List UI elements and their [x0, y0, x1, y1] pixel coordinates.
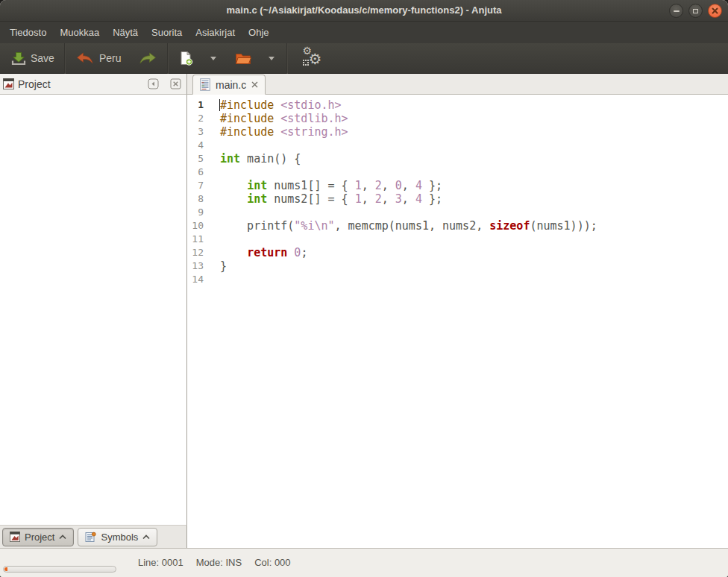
code-line[interactable]: 5int main() {	[187, 152, 728, 165]
dock-button-project[interactable]: Project	[2, 528, 74, 546]
code-lines: 1#include <stdio.h>2#include <stdlib.h>3…	[187, 98, 728, 286]
code-line[interactable]: 8 int nums2[] = { 1, 2, 3, 4 };	[187, 192, 728, 206]
undo-label: Peru	[99, 52, 122, 64]
maximize-icon	[693, 9, 698, 13]
save-button[interactable]: Save	[7, 48, 58, 69]
panel-close-button[interactable]	[170, 78, 181, 89]
tab-label: main.c	[216, 79, 246, 91]
chevron-down-icon	[269, 57, 274, 60]
minimize-button[interactable]	[669, 4, 683, 18]
code-line[interactable]: 12 return 0;	[187, 246, 728, 259]
symbols-icon	[85, 532, 96, 543]
anjuta-window: main.c (~/Asiakirjat/Koodaus/c/memory-fu…	[0, 0, 728, 577]
code-line[interactable]: 4	[187, 139, 728, 152]
text-caret	[219, 99, 220, 111]
build-gears-icon: ⚙ ⚙	[301, 45, 327, 71]
code-line[interactable]: 7 int nums1[] = { 1, 2, 0, 4 };	[187, 179, 728, 192]
code-text: printf("%i\n", memcmp(nums1, nums2, size…	[210, 219, 597, 233]
redo-icon	[138, 51, 157, 66]
line-number: 12	[187, 246, 210, 259]
open-file-button[interactable]	[231, 48, 255, 69]
tab-main-c[interactable]: main.c	[192, 75, 266, 95]
file-icon	[200, 78, 210, 91]
project-panel-header: Project	[0, 74, 187, 95]
menubar: Tiedosto Muokkaa Näytä Suorita Asiakirja…	[0, 22, 728, 43]
status-progressbar	[3, 566, 116, 573]
save-icon	[11, 51, 26, 66]
new-file-icon	[178, 51, 193, 66]
code-text: int nums2[] = { 1, 2, 3, 4 };	[210, 192, 442, 206]
menu-item-tiedosto[interactable]: Tiedosto	[3, 23, 53, 42]
redo-button[interactable]	[134, 48, 161, 69]
open-folder-icon	[235, 51, 251, 66]
statusbar: Line: 0001 Mode: INS Col: 000	[0, 548, 728, 577]
code-text: #include <stdio.h>	[210, 98, 342, 112]
line-number: 3	[187, 125, 210, 139]
menu-item-nayta[interactable]: Näytä	[106, 23, 145, 42]
code-text	[210, 233, 220, 246]
project-icon	[3, 78, 14, 89]
dock-button-label: Symbols	[101, 532, 138, 543]
panel-detach-button[interactable]	[148, 78, 159, 89]
tab-close-icon[interactable]	[251, 81, 258, 88]
code-line[interactable]: 1#include <stdio.h>	[187, 98, 728, 112]
gear-icon: ⚙	[309, 51, 322, 66]
code-text: int nums1[] = { 1, 2, 0, 4 };	[210, 179, 442, 192]
line-number: 7	[187, 179, 210, 192]
menu-item-muokkaa[interactable]: Muokkaa	[53, 23, 106, 42]
code-line[interactable]: 14	[187, 273, 728, 286]
line-number: 11	[187, 233, 210, 246]
code-line[interactable]: 13}	[187, 259, 728, 273]
line-number: 6	[187, 165, 210, 179]
line-number: 4	[187, 139, 210, 152]
toolbar: Save Peru	[0, 43, 728, 74]
chevron-up-icon	[142, 535, 150, 540]
code-text	[210, 139, 220, 152]
detach-icon	[148, 78, 159, 89]
project-icon	[10, 532, 20, 542]
dock-button-symbols[interactable]: Symbols	[78, 528, 157, 546]
status-col: Col: 000	[254, 557, 290, 568]
code-text: int main() {	[210, 152, 301, 165]
menu-item-suorita[interactable]: Suorita	[145, 23, 189, 42]
code-line[interactable]: 9	[187, 206, 728, 219]
new-file-dropdown[interactable]	[204, 52, 222, 65]
dock-button-label: Project	[25, 532, 54, 543]
code-editor[interactable]: 1#include <stdio.h>2#include <stdlib.h>3…	[187, 95, 728, 548]
code-text: }	[210, 259, 227, 273]
titlebar[interactable]: main.c (~/Asiakirjat/Koodaus/c/memory-fu…	[0, 0, 728, 22]
code-text: #include <stdlib.h>	[210, 112, 348, 125]
close-icon	[711, 7, 719, 15]
code-line[interactable]: 10 printf("%i\n", memcmp(nums1, nums2, s…	[187, 219, 728, 233]
line-number: 9	[187, 206, 210, 219]
menu-item-ohje[interactable]: Ohje	[242, 23, 275, 42]
document-area: main.c 1#include <stdio.h>2#include <std…	[187, 74, 728, 548]
code-line[interactable]: 2#include <stdlib.h>	[187, 112, 728, 125]
save-label: Save	[31, 52, 54, 64]
window-controls	[669, 4, 722, 18]
project-tree[interactable]	[0, 95, 187, 525]
line-number: 14	[187, 273, 210, 286]
tabbar: main.c	[187, 74, 728, 95]
open-file-dropdown[interactable]	[263, 52, 280, 65]
maximize-button[interactable]	[688, 4, 703, 18]
status-mode: Mode: INS	[196, 557, 242, 568]
code-text	[210, 165, 220, 179]
line-number: 1	[187, 98, 210, 112]
code-line[interactable]: 11	[187, 233, 728, 246]
undo-button[interactable]: Peru	[72, 48, 125, 69]
code-line[interactable]: 3#include <string.h>	[187, 125, 728, 139]
close-button[interactable]	[708, 4, 722, 18]
dock-switcher: Project Symbols	[0, 525, 187, 548]
status-progress-fill	[4, 567, 7, 571]
window-title: main.c (~/Asiakirjat/Koodaus/c/memory-fu…	[0, 4, 728, 16]
code-text	[210, 206, 220, 219]
menu-item-asiakirjat[interactable]: Asiakirjat	[189, 23, 242, 42]
code-line[interactable]: 6	[187, 165, 728, 179]
new-file-button[interactable]	[175, 48, 197, 69]
build-button[interactable]: ⚙ ⚙	[294, 42, 331, 74]
chevron-down-icon	[210, 57, 216, 60]
left-dock: Project Pro	[0, 74, 187, 548]
line-number: 8	[187, 192, 210, 206]
status-line: Line: 0001	[138, 557, 183, 568]
